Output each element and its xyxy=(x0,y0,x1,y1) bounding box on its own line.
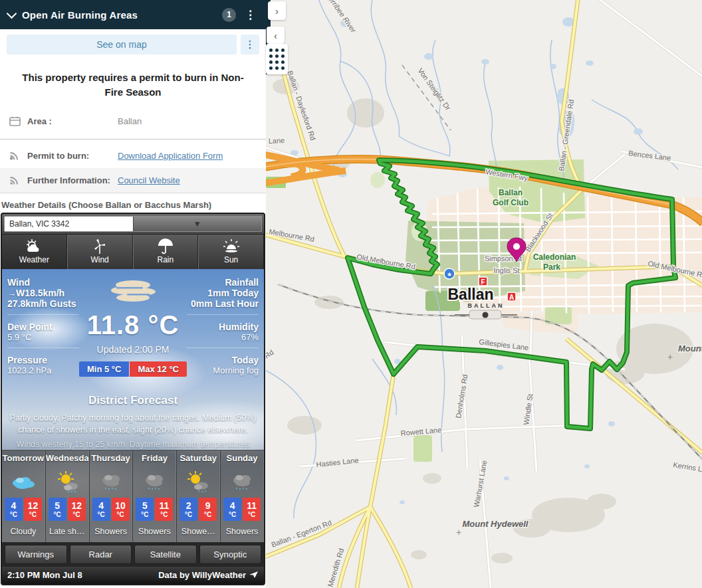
wind-turbine-icon xyxy=(90,239,110,254)
fog-icon xyxy=(104,277,162,306)
sun-cloud-icon xyxy=(53,470,82,493)
pressure-value: 1023.2 hPa xyxy=(7,365,52,375)
forecast-day-column[interactable]: Thursday 4°C 10°C Showers xyxy=(89,450,133,542)
humidity-value: 67% xyxy=(241,332,259,342)
result-count-badge: 1 xyxy=(222,8,236,22)
drag-handle[interactable] xyxy=(266,44,288,74)
weather-bottom-tabs: Warnings Radar Satellite Synoptic xyxy=(2,542,264,567)
data-credit[interactable]: Data by WillyWeather xyxy=(158,570,246,580)
further-info-row: Further Information: Council Website xyxy=(0,168,266,193)
attraction-marker[interactable]: A xyxy=(507,292,516,301)
forecast-row: Tomorrow 4°C 12°C Cloudy Wednesday xyxy=(2,450,264,542)
map-label-lane: Lane xyxy=(269,136,285,145)
tab-warnings[interactable]: Warnings xyxy=(5,545,67,564)
showers-icon xyxy=(227,471,257,492)
today-value: Morning fog xyxy=(213,365,259,375)
map-label-caledonian-2: Park xyxy=(543,262,560,272)
tab-weather[interactable]: Weather xyxy=(2,235,67,269)
weather-section-heading: Weather Details (Choose Ballan or Bacchu… xyxy=(0,193,266,213)
showers-icon xyxy=(96,471,126,492)
tab-wind[interactable]: Wind xyxy=(67,235,133,269)
umbrella-icon xyxy=(156,239,176,254)
dew-point-value: 5.9 °C xyxy=(7,332,31,342)
divider xyxy=(0,139,266,140)
download-application-form-link[interactable]: Download Application Form xyxy=(118,151,223,161)
map-canvas[interactable]: ★ F A Werribee River Von Steiglitz Dr Ba… xyxy=(266,0,702,588)
forecast-day-column[interactable]: Friday 5°C 11°C Showers xyxy=(132,450,176,542)
map-label-inglis-st: Inglis St xyxy=(493,266,519,274)
status-time: 2:10 PM Mon Jul 8 xyxy=(7,570,82,580)
map-pane[interactable]: › ‹ xyxy=(266,0,702,588)
expand-panel-button[interactable]: › xyxy=(268,1,286,20)
panel-title: Open Air Burning Areas xyxy=(22,9,215,21)
sunrise-icon xyxy=(221,239,241,254)
wind-arrow-icon: → xyxy=(7,288,16,298)
collapse-panel-button[interactable]: ‹ xyxy=(267,27,285,44)
rainfall-label: Rainfall xyxy=(225,277,259,288)
sun-cloud-icon xyxy=(24,239,44,254)
permit-row: Permit to burn: Download Application For… xyxy=(0,144,266,168)
panel-menu-kebab-icon[interactable]: ⋮ xyxy=(243,9,258,21)
map-label-mount-hydewell: Mount Hydewell xyxy=(463,519,528,529)
dew-point-label: Dew Point xyxy=(7,322,53,332)
forecast-day-column[interactable]: Sunday 4°C 11°C Showers xyxy=(220,450,264,542)
location-select[interactable]: Ballan, VIC 3342 ▼ xyxy=(4,216,262,232)
area-value: Ballan xyxy=(118,116,142,126)
drag-dots-icon xyxy=(269,49,285,70)
weather-status-bar: 2:10 PM Mon Jul 8 Data by WillyWeather xyxy=(2,567,264,584)
feed-icon xyxy=(9,175,21,185)
select-arrow-icon[interactable]: ▼ xyxy=(133,217,262,231)
tab-sun[interactable]: Sun xyxy=(198,235,264,269)
pressure-label: Pressure xyxy=(7,355,47,365)
svg-text:A: A xyxy=(509,294,514,301)
showers-icon xyxy=(140,471,169,492)
weather-tabs: Weather Wind Rain xyxy=(2,234,264,269)
wind-gusts: 27.8km/h Gusts xyxy=(7,298,76,309)
map-label-golf-club-2: Golf Club xyxy=(493,198,528,207)
sun-showers-icon xyxy=(183,470,213,493)
see-on-map-button[interactable]: See on map xyxy=(7,35,237,54)
map-label-golf-club-1: Ballan xyxy=(499,188,523,197)
calendar-icon xyxy=(9,116,21,126)
council-website-link[interactable]: Council Website xyxy=(118,175,180,185)
see-on-map-menu-kebab-icon[interactable]: ⋮ xyxy=(241,35,259,54)
willyweather-logo-icon xyxy=(249,571,259,579)
today-label: Today xyxy=(232,355,259,365)
map-label-caledonian-1: Caledonian xyxy=(533,252,576,262)
rain-today: 1mm Today xyxy=(207,288,259,298)
wind-label: Wind xyxy=(7,277,30,288)
roundabout-star-marker[interactable]: ★ xyxy=(444,268,455,279)
fuel-marker[interactable]: F xyxy=(479,277,487,286)
further-info-label: Further Information: xyxy=(27,175,118,185)
weather-left-column: Wind →W18.5km/h 27.8km/h Gusts Dew Point… xyxy=(7,277,79,387)
tab-radar[interactable]: Radar xyxy=(70,545,132,564)
weather-sky-panel: Wind →W18.5km/h 27.8km/h Gusts Dew Point… xyxy=(2,269,264,542)
min-temp-badge: Min 5 °C xyxy=(79,361,129,377)
area-label: Area : xyxy=(27,116,118,126)
rain-last-hour: 0mm Last Hour xyxy=(191,298,259,309)
map-label-mount-east: Mount xyxy=(678,343,702,353)
area-row: Area : Ballan xyxy=(0,109,266,134)
district-forecast-title: District Forecast xyxy=(9,394,257,407)
elevation-cross-hydewell: + xyxy=(456,527,461,538)
forecast-day-column[interactable]: Tomorrow 4°C 12°C Cloudy xyxy=(2,450,45,542)
max-temp-badge: Max 12 °C xyxy=(130,361,187,377)
updated-time: Updated 2:00 PM xyxy=(79,344,187,355)
forecast-day-column[interactable]: Saturday 2°C 9°C Showe… xyxy=(176,450,220,542)
humidity-label: Humidity xyxy=(219,322,259,332)
map-label-ballan-station: BALLAN xyxy=(468,302,505,309)
chevron-down-icon[interactable] xyxy=(7,8,17,19)
permit-notice: This property requires a permit to burn … xyxy=(0,58,266,109)
tab-rain[interactable]: Rain xyxy=(133,235,199,269)
tab-synoptic[interactable]: Synoptic xyxy=(199,545,262,564)
svg-text:★: ★ xyxy=(447,271,452,278)
permit-label: Permit to burn: xyxy=(27,151,118,161)
current-temp: 11.8 °C xyxy=(79,310,187,340)
feed-icon xyxy=(9,151,21,161)
map-label-ballan-town: Ballan xyxy=(447,286,493,303)
tab-satellite[interactable]: Satellite xyxy=(134,545,197,564)
svg-text:F: F xyxy=(481,278,485,286)
forecast-day-column[interactable]: Wednesday 5°C 12°C Late sh… xyxy=(45,450,89,542)
weather-center-column: 11.8 °C Updated 2:00 PM Min 5 °C Max 12 … xyxy=(79,277,187,387)
location-select-value: Ballan, VIC 3342 xyxy=(5,219,133,229)
